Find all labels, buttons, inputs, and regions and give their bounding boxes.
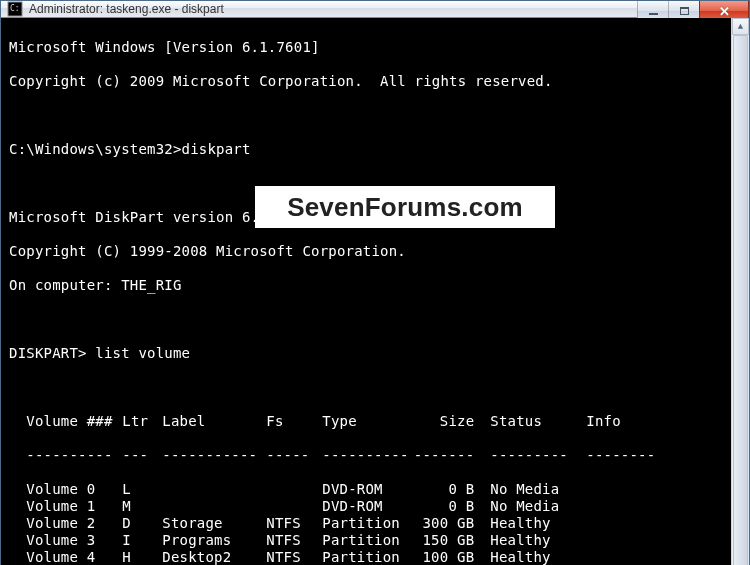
console-output[interactable]: Microsoft Windows [Version 6.1.7601] Cop… [1, 18, 731, 565]
table-divider: ----------------------------------------… [9, 447, 723, 464]
table-row: Volume 0LDVD-ROM0 BNo Media [9, 481, 723, 498]
watermark-overlay: SevenForums.com [255, 186, 555, 228]
cell-status: Healthy [474, 549, 570, 565]
console-line: On computer: THE_RIG [9, 277, 723, 294]
console-line [9, 379, 723, 396]
cmd-icon: C: [7, 1, 23, 17]
table-row: Volume 2DStorageNTFSPartition300 GBHealt… [9, 515, 723, 532]
cell-status: No Media [474, 481, 570, 498]
cell-type: Partition [322, 549, 410, 565]
console-line: Microsoft Windows [Version 6.1.7601] [9, 39, 723, 56]
cell-size: 0 B [410, 481, 474, 498]
scroll-up-button[interactable]: ▲ [732, 18, 749, 35]
maximize-icon [680, 7, 689, 15]
cell-size: 300 GB [410, 515, 474, 532]
close-icon: ✕ [719, 5, 730, 18]
cell-ltr: D [122, 515, 162, 532]
cell-type: DVD-ROM [322, 498, 410, 515]
console-line [9, 107, 723, 124]
table-row: Volume 4HDesktop2NTFSPartition100 GBHeal… [9, 549, 723, 565]
cell-size: 0 B [410, 498, 474, 515]
console-line: C:\Windows\system32>diskpart [9, 141, 723, 158]
cell-status: No Media [474, 498, 570, 515]
client-area: Microsoft Windows [Version 6.1.7601] Cop… [1, 18, 749, 565]
vertical-scrollbar[interactable]: ▲ ▼ [731, 18, 749, 565]
cell-size: 100 GB [410, 549, 474, 565]
table-row: Volume 3IProgramsNTFSPartition150 GBHeal… [9, 532, 723, 549]
cell-label: Storage [162, 515, 266, 532]
cell-status: Healthy [474, 515, 570, 532]
window-title: Administrator: taskeng.exe - diskpart [29, 2, 224, 16]
scroll-thumb[interactable] [733, 35, 748, 565]
cell-status: Healthy [474, 532, 570, 549]
cell-volume: Volume 2 [26, 515, 122, 532]
minimize-icon [649, 13, 658, 15]
console-line [9, 311, 723, 328]
cell-ltr: I [122, 532, 162, 549]
cell-type: Partition [322, 532, 410, 549]
svg-text:C:: C: [10, 4, 20, 13]
cell-volume: Volume 3 [26, 532, 122, 549]
cell-volume: Volume 4 [26, 549, 122, 565]
console-line: DISKPART> list volume [9, 345, 723, 362]
cell-ltr: M [122, 498, 162, 515]
console-line: Copyright (c) 2009 Microsoft Corporation… [9, 73, 723, 90]
cell-label: Desktop2 [162, 549, 266, 565]
scroll-track[interactable] [732, 35, 749, 565]
table-header: Volume ###LtrLabelFsTypeSizeStatusInfo [9, 413, 723, 430]
cell-fs: NTFS [266, 515, 322, 532]
cell-volume: Volume 1 [26, 498, 122, 515]
cell-ltr: H [122, 549, 162, 565]
cell-label: Programs [162, 532, 266, 549]
cell-volume: Volume 0 [26, 481, 122, 498]
cell-fs: NTFS [266, 549, 322, 565]
command-prompt-window: C: Administrator: taskeng.exe - diskpart… [0, 0, 750, 565]
cell-fs: NTFS [266, 532, 322, 549]
cell-type: DVD-ROM [322, 481, 410, 498]
cell-size: 150 GB [410, 532, 474, 549]
titlebar[interactable]: C: Administrator: taskeng.exe - diskpart… [1, 1, 749, 18]
console-line: Copyright (C) 1999-2008 Microsoft Corpor… [9, 243, 723, 260]
table-row: Volume 1MDVD-ROM0 BNo Media [9, 498, 723, 515]
cell-type: Partition [322, 515, 410, 532]
cell-ltr: L [122, 481, 162, 498]
